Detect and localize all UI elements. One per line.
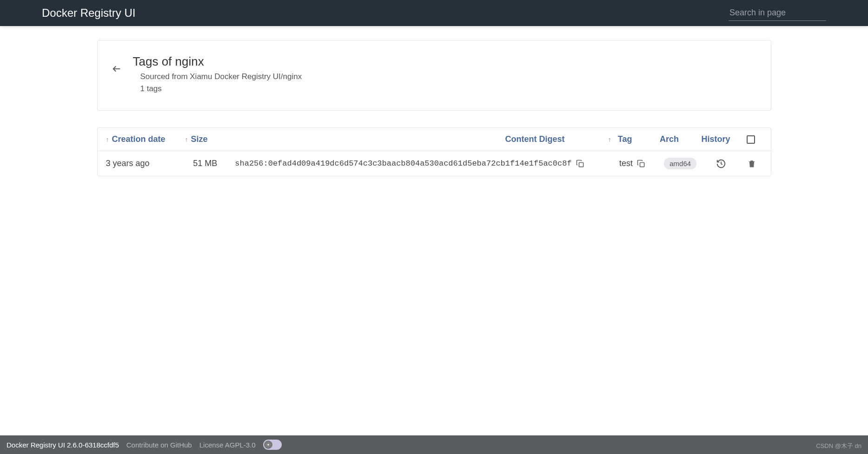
- sort-asc-icon: ↑: [106, 136, 109, 143]
- column-header-arch: Arch: [646, 134, 693, 144]
- sun-icon: [265, 442, 271, 447]
- svg-line-10: [266, 446, 267, 447]
- arrow-left-icon: [112, 64, 122, 74]
- column-label: Tag: [618, 134, 632, 144]
- theme-toggle[interactable]: [263, 440, 282, 450]
- svg-point-3: [267, 444, 269, 446]
- history-icon: [716, 159, 726, 169]
- copy-digest-button[interactable]: [576, 159, 585, 168]
- table-header-row: ↑ Creation date ↑ Size Content Digest ↑ …: [98, 128, 771, 151]
- page-title: Tags of nginx: [133, 54, 302, 69]
- cell-digest: sha256:0efad4d09a419dc6d574c3c3baacb804a…: [235, 159, 598, 168]
- svg-line-8: [266, 443, 267, 444]
- tag-text: test: [619, 159, 633, 168]
- arch-badge: amd64: [664, 158, 696, 169]
- cell-creation: 3 years ago: [106, 159, 176, 168]
- column-header-history: History: [693, 134, 739, 144]
- count-line: 1 tags: [140, 83, 302, 95]
- search-input[interactable]: [729, 5, 826, 21]
- delete-button[interactable]: [747, 159, 756, 168]
- cell-size: 51 MB: [175, 159, 235, 168]
- watermark: CSDN @木子 dn: [816, 442, 861, 450]
- cell-delete: [742, 159, 762, 168]
- column-label: Arch: [660, 134, 679, 144]
- app-title: Docker Registry UI: [42, 7, 135, 20]
- column-label: Content Digest: [505, 134, 565, 144]
- theme-toggle-knob: [264, 441, 272, 449]
- footer-version: Docker Registry UI 2.6.0-6318ccfdf5: [7, 441, 119, 449]
- main-content: Tags of nginx Sourced from Xiamu Docker …: [97, 26, 771, 207]
- copy-icon: [636, 159, 646, 168]
- column-label: Size: [191, 134, 208, 144]
- svg-line-11: [269, 443, 270, 444]
- copy-icon: [576, 159, 585, 168]
- svg-rect-2: [640, 162, 644, 167]
- table-row: 3 years ago 51 MB sha256:0efad4d09a419dc…: [98, 151, 771, 176]
- tags-table: ↑ Creation date ↑ Size Content Digest ↑ …: [97, 127, 771, 176]
- app-header: Docker Registry UI: [0, 0, 868, 26]
- cell-history: [701, 159, 742, 169]
- back-button[interactable]: [112, 64, 122, 74]
- svg-rect-1: [579, 162, 583, 167]
- column-header-tag[interactable]: ↑ Tag: [579, 134, 646, 144]
- trash-icon: [747, 159, 756, 168]
- column-header-creation[interactable]: ↑ Creation date: [106, 134, 185, 144]
- copy-tag-button[interactable]: [636, 159, 646, 168]
- sort-asc-icon: ↑: [185, 136, 188, 143]
- select-all-checkbox[interactable]: [747, 135, 755, 144]
- footer-license-link[interactable]: License AGPL-3.0: [199, 441, 256, 449]
- column-label: History: [701, 134, 730, 144]
- cell-tag: test: [599, 159, 660, 168]
- footer-contribute-link[interactable]: Contribute on GitHub: [126, 441, 192, 449]
- digest-text: sha256:0efad4d09a419dc6d574c3c3baacb804a…: [235, 159, 571, 168]
- column-header-size[interactable]: ↑ Size: [185, 134, 252, 144]
- app-footer: Docker Registry UI 2.6.0-6318ccfdf5 Cont…: [0, 435, 868, 454]
- column-header-select: [739, 135, 762, 144]
- history-button[interactable]: [716, 159, 726, 169]
- sort-asc-icon: ↑: [608, 136, 611, 143]
- svg-line-9: [269, 446, 270, 447]
- column-header-digest: Content Digest: [252, 134, 579, 144]
- title-card: Tags of nginx Sourced from Xiamu Docker …: [97, 40, 771, 111]
- title-block: Tags of nginx Sourced from Xiamu Docker …: [133, 54, 302, 94]
- column-label: Creation date: [112, 134, 166, 144]
- source-line: Sourced from Xiamu Docker Registry UI/ng…: [140, 71, 302, 83]
- cell-arch: amd64: [660, 158, 701, 169]
